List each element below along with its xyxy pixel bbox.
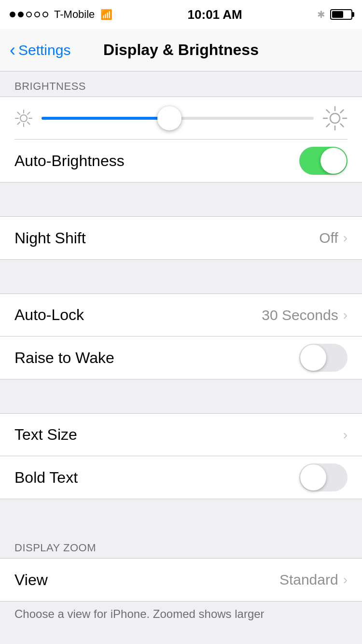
signal-dot-4 [34, 12, 40, 17]
raise-to-wake-thumb [300, 345, 326, 371]
signal-dots [10, 12, 48, 17]
view-value: Standard [279, 572, 338, 588]
bluetooth-icon: ✱ [317, 9, 325, 20]
svg-line-5 [18, 112, 20, 114]
svg-line-6 [28, 122, 30, 125]
auto-lock-row[interactable]: Auto-Lock 30 Seconds › [0, 294, 362, 336]
raise-to-wake-row: Raise to Wake [0, 336, 362, 379]
svg-line-8 [18, 122, 20, 125]
auto-lock-right: 30 Seconds › [262, 307, 348, 323]
carrier-name: T-Mobile [54, 8, 95, 21]
svg-line-7 [28, 112, 30, 114]
night-shift-chevron-icon: › [343, 230, 348, 246]
svg-point-9 [330, 113, 340, 123]
view-right: Standard › [279, 572, 348, 588]
auto-brightness-toggle[interactable] [299, 147, 348, 175]
raise-to-wake-label: Raise to Wake [14, 349, 114, 367]
auto-lock-label: Auto-Lock [14, 306, 84, 324]
svg-line-15 [341, 124, 344, 126]
svg-point-0 [20, 115, 27, 122]
back-chevron-icon: ‹ [10, 42, 15, 59]
svg-line-17 [327, 124, 330, 126]
lock-wake-group: Auto-Lock 30 Seconds › Raise to Wake [0, 294, 362, 379]
bold-text-label: Bold Text [14, 469, 78, 487]
status-bar: T-Mobile 📶 10:01 AM ✱ [0, 0, 362, 29]
svg-line-14 [327, 110, 330, 112]
bold-text-toggle[interactable] [299, 463, 348, 491]
auto-brightness-thumb [320, 148, 347, 174]
night-shift-label: Night Shift [14, 229, 86, 247]
text-size-right: › [343, 427, 348, 443]
view-row[interactable]: View Standard › [0, 559, 362, 601]
spacer-2 [0, 260, 362, 294]
sun-large-icon [322, 106, 348, 131]
spacer-3 [0, 379, 362, 413]
view-chevron-icon: › [343, 572, 348, 588]
night-shift-row[interactable]: Night Shift Off › [0, 217, 362, 259]
brightness-group: Auto-Brightness [0, 97, 362, 182]
battery-fill [332, 11, 343, 18]
auto-lock-chevron-icon: › [343, 308, 348, 323]
brightness-section-header: BRIGHTNESS [0, 71, 362, 97]
bold-text-thumb [300, 464, 326, 490]
wifi-icon: 📶 [100, 9, 112, 20]
brightness-slider-thumb[interactable] [157, 106, 181, 130]
auto-brightness-row: Auto-Brightness [14, 140, 348, 182]
night-shift-group: Night Shift Off › [0, 216, 362, 260]
back-button[interactable]: ‹ Settings [10, 42, 70, 59]
sun-small-icon [14, 109, 33, 127]
view-label: View [14, 571, 48, 589]
auto-brightness-label: Auto-Brightness [14, 152, 125, 170]
brightness-slider-row[interactable] [14, 97, 348, 140]
night-shift-right: Off › [319, 230, 348, 246]
text-size-chevron-icon: › [343, 427, 348, 443]
raise-to-wake-toggle[interactable] [299, 344, 348, 372]
brightness-slider-fill [42, 117, 169, 120]
status-time: 10:01 AM [188, 7, 242, 22]
battery-icon [330, 9, 352, 20]
display-zoom-header: DISPLAY ZOOM [0, 533, 362, 558]
signal-dot-2 [18, 12, 24, 17]
display-zoom-group: View Standard › [0, 558, 362, 602]
status-right: ✱ [317, 9, 352, 20]
back-label: Settings [18, 42, 70, 58]
spacer-1 [0, 182, 362, 216]
status-left: T-Mobile 📶 [10, 8, 112, 21]
svg-line-16 [341, 110, 344, 112]
night-shift-value: Off [319, 230, 338, 246]
page-title: Display & Brightness [103, 41, 259, 59]
spacer-4 [0, 499, 362, 533]
text-group: Text Size › Bold Text [0, 413, 362, 499]
footer-text: Choose a view for iPhone. Zoomed shows l… [0, 602, 362, 627]
signal-dot-3 [26, 12, 32, 17]
signal-dot-5 [42, 12, 48, 17]
nav-bar: ‹ Settings Display & Brightness [0, 29, 362, 71]
brightness-slider-track[interactable] [42, 117, 314, 120]
text-size-row[interactable]: Text Size › [0, 414, 362, 456]
signal-dot-1 [10, 12, 15, 17]
auto-lock-value: 30 Seconds [262, 307, 338, 323]
bold-text-row: Bold Text [0, 456, 362, 499]
text-size-label: Text Size [14, 426, 77, 444]
